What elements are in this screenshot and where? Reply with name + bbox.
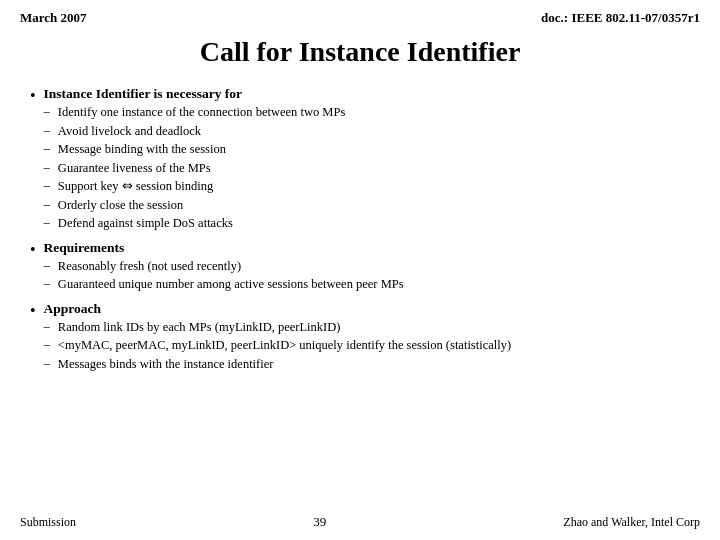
header-right: doc.: IEEE 802.11-07/0357r1 xyxy=(541,10,700,26)
section-2-title: Requirements xyxy=(44,240,690,256)
item-text: Guaranteed unique number among active se… xyxy=(58,276,690,294)
section-2-content: Requirements – Reasonably fresh (not use… xyxy=(44,240,690,295)
dash-icon: – xyxy=(44,356,50,371)
item-text: Reasonably fresh (not used recently) xyxy=(58,258,690,276)
footer-right: Zhao and Walker, Intel Corp xyxy=(563,515,700,530)
list-item: – Message binding with the session xyxy=(44,141,690,159)
bullet-dot-1: • xyxy=(30,87,36,105)
list-item: – Identify one instance of the connectio… xyxy=(44,104,690,122)
footer-left: Submission xyxy=(20,515,76,530)
item-text: Support key ⇔ session binding xyxy=(58,178,690,196)
bullet-dot-3: • xyxy=(30,302,36,320)
item-text: Message binding with the session xyxy=(58,141,690,159)
dash-icon: – xyxy=(44,258,50,273)
list-item: – Random link IDs by each MPs (myLinkID,… xyxy=(44,319,690,337)
dash-icon: – xyxy=(44,337,50,352)
dash-icon: – xyxy=(44,104,50,119)
list-item: – Messages binds with the instance ident… xyxy=(44,356,690,374)
item-text: Random link IDs by each MPs (myLinkID, p… xyxy=(58,319,690,337)
bullet-dot-2: • xyxy=(30,241,36,259)
dash-icon: – xyxy=(44,160,50,175)
list-item: – <myMAC, peerMAC, myLinkID, peerLinkID>… xyxy=(44,337,690,355)
dash-icon: – xyxy=(44,123,50,138)
list-item: – Avoid livelock and deadlock xyxy=(44,123,690,141)
main-content: • Instance Identifier is necessary for –… xyxy=(0,86,720,374)
header-left: March 2007 xyxy=(20,10,87,26)
dash-icon: – xyxy=(44,178,50,193)
dash-icon: – xyxy=(44,319,50,334)
list-item: – Guarantee liveness of the MPs xyxy=(44,160,690,178)
item-text: Identify one instance of the connection … xyxy=(58,104,690,122)
footer: Submission 39 Zhao and Walker, Intel Cor… xyxy=(0,514,720,530)
section-instance-identifier: • Instance Identifier is necessary for –… xyxy=(30,86,690,234)
section-2-list: – Reasonably fresh (not used recently) –… xyxy=(44,258,690,294)
section-1-content: Instance Identifier is necessary for – I… xyxy=(44,86,690,234)
dash-icon: – xyxy=(44,141,50,156)
list-item: – Reasonably fresh (not used recently) xyxy=(44,258,690,276)
item-text: Defend against simple DoS attacks xyxy=(58,215,690,233)
item-text: <myMAC, peerMAC, myLinkID, peerLinkID> u… xyxy=(58,337,690,355)
list-item: – Guaranteed unique number among active … xyxy=(44,276,690,294)
dash-icon: – xyxy=(44,197,50,212)
section-approach: • Approach – Random link IDs by each MPs… xyxy=(30,301,690,375)
item-text: Messages binds with the instance identif… xyxy=(58,356,690,374)
item-text: Guarantee liveness of the MPs xyxy=(58,160,690,178)
section-3-list: – Random link IDs by each MPs (myLinkID,… xyxy=(44,319,690,374)
footer-center: 39 xyxy=(313,514,326,530)
section-1-list: – Identify one instance of the connectio… xyxy=(44,104,690,233)
section-3-content: Approach – Random link IDs by each MPs (… xyxy=(44,301,690,375)
list-item: – Orderly close the session xyxy=(44,197,690,215)
item-text: Orderly close the session xyxy=(58,197,690,215)
dash-icon: – xyxy=(44,215,50,230)
dash-icon: – xyxy=(44,276,50,291)
list-item: – Defend against simple DoS attacks xyxy=(44,215,690,233)
section-requirements: • Requirements – Reasonably fresh (not u… xyxy=(30,240,690,295)
section-3-title: Approach xyxy=(44,301,690,317)
page-title: Call for Instance Identifier xyxy=(0,36,720,68)
item-text: Avoid livelock and deadlock xyxy=(58,123,690,141)
list-item: – Support key ⇔ session binding xyxy=(44,178,690,196)
section-1-title: Instance Identifier is necessary for xyxy=(44,86,690,102)
